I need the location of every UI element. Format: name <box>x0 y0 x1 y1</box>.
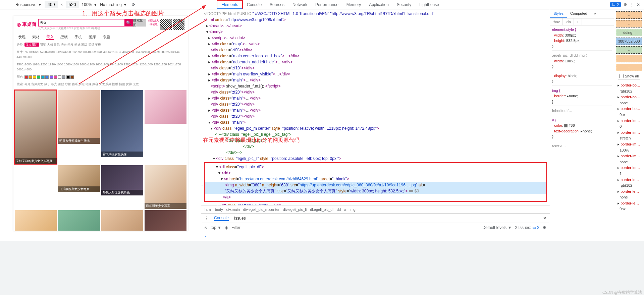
tab-console[interactable]: Console <box>243 0 266 9</box>
filter-color: 颜色: <box>13 73 188 80</box>
drawer-console-tab[interactable]: Console <box>214 216 229 221</box>
thumb[interactable]: 明日方舟游戏女生壁纸 <box>58 90 100 144</box>
eye-icon[interactable]: ◉ <box>225 225 228 230</box>
filter-category: 分类: 发女图片 明星 大叔 日系 语台 动漫 软妹 游戏 另类 车模 <box>13 41 188 48</box>
image-grid: 又纯又欲的美少女个人写真 明日方舟游戏女生壁纸 霸气动漫女生头像 日式氛围美女少… <box>13 90 188 231</box>
log-levels[interactable]: Default levels ▼ <box>482 225 512 230</box>
thumb[interactable] <box>145 210 186 231</box>
styles-rules[interactable]: element.style { width: 300px; height: 53… <box>550 25 614 150</box>
filter-search: 搜索: 马尾 古风美女 摄子 春光 蕾丝 纱裙 驰系 旗袍 宅妹 颜容 天女系列… <box>13 80 188 88</box>
device-select[interactable]: Responsive ▼ <box>15 2 42 7</box>
bm-border: - <box>616 20 642 27</box>
qr-code-1 <box>160 19 172 30</box>
dom-breadcrumb[interactable]: htmlbodydiv.maindiv.egeli_pic_m.centerdi… <box>201 205 550 213</box>
drawer-tabs: ⋮ Console Issues ✕ <box>201 213 550 223</box>
drawer-close-icon[interactable]: ✕ <box>543 216 546 221</box>
tab-elements[interactable]: Elements <box>217 0 243 9</box>
console-filter-input[interactable] <box>231 225 479 230</box>
dom-tree[interactable]: <!DOCTYPE html PUBLIC "-//W3C//DTD XHTML… <box>201 9 550 205</box>
clear-console-icon[interactable]: ⦸ <box>205 225 207 230</box>
tab-application[interactable]: Application <box>365 0 393 9</box>
bm-padding: dding - <box>616 29 642 36</box>
zoom-select[interactable]: 100% ▼ <box>82 2 98 7</box>
tab-network[interactable]: Network <box>288 0 311 9</box>
filter-size: 尺寸: 7680x4320 5760x3840 5120x3200 5120x2… <box>13 48 188 61</box>
tab-memory[interactable]: Memory <box>342 0 365 9</box>
throttle-select[interactable]: No throttling ▼ <box>100 2 127 7</box>
settings-icon[interactable]: ⚙ <box>624 2 627 7</box>
search-hints: 元气 天火少年 天火祖师 2022 安安 端系 2021年月初 <box>38 26 146 30</box>
rendered-page[interactable]: ◎ 車桌面 🔍 搜索配图 元气 天火少年 天火祖师 2022 安安 端系 202… <box>13 16 188 231</box>
drawer-issues-tab[interactable]: Issues <box>234 216 246 221</box>
device-preview: ◎ 車桌面 🔍 搜索配图 元气 天火少年 天火祖师 2022 安安 端系 202… <box>0 9 201 241</box>
console-filter-bar: ⦸ top ▼ ◉ Default levels ▼ 2 Issues: ▭ 2… <box>201 223 550 232</box>
console-prompt[interactable]: › <box>201 232 550 241</box>
cls-toggle[interactable]: .cls <box>563 18 574 25</box>
hov-toggle[interactable]: :hov <box>550 18 563 25</box>
tab-sources[interactable]: Sources <box>266 0 288 9</box>
search-input[interactable] <box>38 19 125 26</box>
close-icon[interactable]: ✕ <box>637 2 640 7</box>
issues-badge[interactable]: ☐ 2 <box>610 2 621 7</box>
thumb[interactable]: 外貌大哥之影视角色 <box>101 165 143 195</box>
thumb[interactable] <box>15 210 57 231</box>
styles-tab[interactable]: Styles <box>550 9 567 18</box>
thumb-selected[interactable]: 又纯又欲的美少女个人写真 <box>15 90 57 164</box>
thumb[interactable]: 霸气动漫女生头像 <box>101 90 143 157</box>
annotation-2: 2、在元素视图中将展现此部分的网页源代码 <box>201 137 300 144</box>
bm-margin: - <box>616 11 642 19</box>
dom-doctype: <!DOCTYPE html PUBLIC "-//W3C//DTD XHTML… <box>204 11 547 17</box>
thumb[interactable]: 古风旗袍美女 <box>58 210 100 231</box>
thumb[interactable] <box>145 90 186 124</box>
viewport-width-input[interactable] <box>45 1 58 8</box>
more-vert-icon[interactable]: ⋮ <box>630 2 634 7</box>
elements-panel: <!DOCTYPE html PUBLIC "-//W3C//DTD XHTML… <box>201 9 550 241</box>
viewport-height-input[interactable] <box>66 1 79 8</box>
rotate-icon[interactable]: ⟳ <box>130 1 137 8</box>
qr-code-2 <box>173 19 184 30</box>
styles-panel: Styles Computed » :hov .cls + element.st… <box>550 9 614 241</box>
new-rule-icon[interactable]: + <box>574 18 582 25</box>
annotation-1: 1、用这个箭头点击框选的图片 <box>82 9 164 17</box>
computed-props[interactable]: ▸ border-bo… rgb(102▸ border-bo… none▸ b… <box>616 81 642 214</box>
show-all-checkbox[interactable]: Show all <box>618 72 640 80</box>
thumb[interactable]: 日式氛围美女少女写真 <box>58 165 100 192</box>
thumb[interactable] <box>101 210 143 231</box>
tab-performance[interactable]: Performance <box>311 0 342 9</box>
boxmodel-panel: - - dding - 300×532.500 - - - Show all ▸… <box>614 9 644 241</box>
site-nav: 发现 素材 美女 壁纸 手机 图库 专题 <box>13 33 188 41</box>
console-settings-icon[interactable]: ⚙ <box>543 225 546 230</box>
computed-tab[interactable]: Computed <box>567 9 591 18</box>
more-styles-tabs[interactable]: » <box>591 9 599 18</box>
tab-lighthouse[interactable]: Lighthouse <box>415 0 443 9</box>
thumb[interactable]: 日式甜美少女写真 <box>145 165 186 209</box>
site-logo[interactable]: ◎ 車桌面 <box>17 21 36 27</box>
execution-context[interactable]: top ▼ <box>211 225 221 230</box>
drawer-more-icon[interactable]: ⋮ <box>205 216 209 221</box>
search-button[interactable]: 🔍 <box>125 19 133 26</box>
search-more-button[interactable]: 搜索配图 <box>133 19 146 26</box>
devtools-tabs: Elements Console Sources Network Perform… <box>215 0 644 9</box>
bm-content: 300×532.500 <box>616 38 642 45</box>
tab-security[interactable]: Security <box>393 0 415 9</box>
issues-link[interactable]: 2 Issues: ▭ 2 <box>515 225 539 230</box>
